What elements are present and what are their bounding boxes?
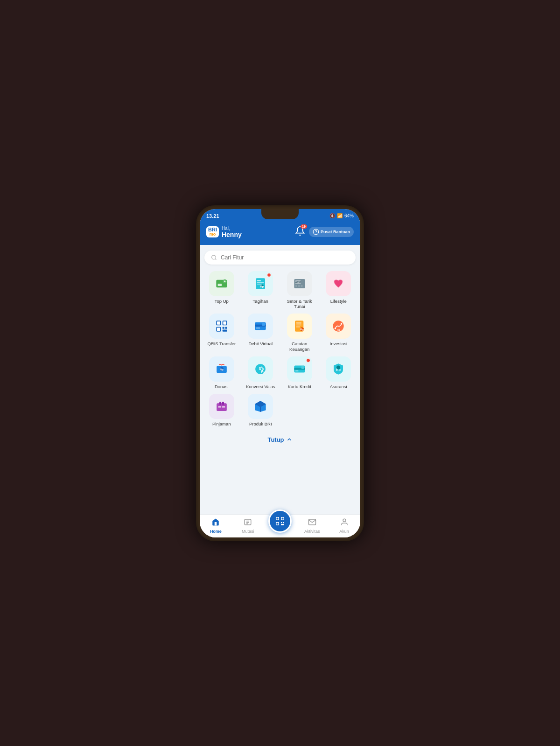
nav-mutasi[interactable]: Mutasi <box>236 518 259 534</box>
nav-home-label: Home <box>210 529 222 534</box>
search-icon <box>211 254 217 261</box>
greeting-name: Henny <box>222 231 242 238</box>
battery-label: 64% <box>344 213 354 218</box>
svg-text:Rp: Rp <box>261 370 266 374</box>
mo-text: mo <box>210 232 216 237</box>
svg-rect-55 <box>217 404 227 411</box>
notification-button[interactable]: 19 <box>295 226 305 238</box>
svg-point-52 <box>301 366 304 369</box>
menu-item-pinjaman[interactable]: Pinjaman <box>204 394 239 426</box>
menu-icon-tagihan: Rp <box>248 271 273 296</box>
menu-icon-investasi: Rp <box>326 314 351 339</box>
svg-rect-51 <box>295 370 299 371</box>
svg-rect-71 <box>281 522 282 523</box>
menu-label-donasi: Donasi <box>215 384 229 389</box>
menu-label-qris-transfer: QRIS Transfer <box>207 341 236 346</box>
svg-point-2 <box>212 255 216 259</box>
svg-text:Rp: Rp <box>300 328 304 331</box>
menu-label-catatan-keuangan: Catatan Keuangan <box>282 341 317 352</box>
notif-badge: 19 <box>301 224 307 229</box>
search-input[interactable] <box>221 254 349 261</box>
svg-rect-73 <box>281 524 284 525</box>
akun-icon <box>340 518 349 528</box>
menu-label-tagihan: Tagihan <box>253 299 268 304</box>
menu-label-setor-tarik: Setor & Tarik Tunai <box>282 299 317 309</box>
menu-item-catatan-keuangan[interactable]: RpCatatan Keuangan <box>282 314 317 352</box>
svg-rect-36 <box>296 327 300 328</box>
menu-label-konversi-valas: Konversi Valas <box>246 384 275 389</box>
svg-rect-70 <box>276 523 278 524</box>
svg-rect-56 <box>219 402 221 405</box>
app-header: BRI mo Hai, Henny 19 <box>200 222 360 245</box>
pusat-bantuan-button[interactable]: Pusat Bantuan <box>309 227 354 237</box>
brand-area: BRI mo Hai, Henny <box>206 226 242 238</box>
menu-label-investasi: Investasi <box>330 341 348 346</box>
menu-icon-produk-bri <box>248 394 273 419</box>
menu-item-investasi[interactable]: RpInvestasi <box>322 314 356 352</box>
nav-qris-fab[interactable] <box>268 509 292 533</box>
menu-label-pinjaman: Pinjaman <box>212 421 231 426</box>
nav-home[interactable]: Home <box>204 518 227 534</box>
menu-icon-qris-transfer <box>209 314 234 339</box>
menu-item-setor-tarik[interactable]: ATMSetor & Tarik Tunai <box>282 271 317 309</box>
bri-logo: BRI mo <box>206 226 219 237</box>
menu-icon-konversi-valas: $Rp <box>248 356 273 382</box>
header-actions: 19 Pusat Bantuan <box>295 226 354 238</box>
svg-point-32 <box>262 323 266 327</box>
nav-akun-label: Akun <box>339 529 349 534</box>
svg-rect-31 <box>256 328 260 329</box>
wifi-icon: 📶 <box>337 213 343 218</box>
home-icon <box>211 518 220 528</box>
tutup-area: Tutup <box>204 432 356 446</box>
svg-rect-18 <box>298 285 300 286</box>
menu-item-produk-bri[interactable]: Produk BRI <box>244 394 278 426</box>
menu-item-konversi-valas[interactable]: $RpKonversi Valas <box>244 356 278 389</box>
pusat-bantuan-label: Pusat Bantuan <box>321 230 350 234</box>
menu-label-produk-bri: Produk BRI <box>249 421 272 426</box>
svg-line-3 <box>215 258 216 259</box>
search-bar[interactable] <box>204 251 356 265</box>
menu-label-kartu-kredit: Kartu Kredit <box>288 384 311 389</box>
menu-item-qris-transfer[interactable]: QRIS Transfer <box>204 314 239 352</box>
svg-text:+: + <box>224 280 225 283</box>
menu-icon-debit-virtual <box>248 314 273 339</box>
menu-item-tagihan[interactable]: RpTagihan <box>244 271 278 309</box>
svg-rect-23 <box>223 321 226 325</box>
menu-item-lifestyle[interactable]: Lifestyle <box>322 271 356 309</box>
svg-point-74 <box>343 519 346 522</box>
menu-icon-setor-tarik: ATM <box>287 271 312 296</box>
menu-label-lifestyle: Lifestyle <box>330 299 347 304</box>
tutup-label: Tutup <box>267 436 284 443</box>
svg-text:Rp: Rp <box>337 328 340 331</box>
menu-label-top-up: Top Up <box>215 299 229 304</box>
greeting-hi: Hai, <box>222 226 242 231</box>
menu-icon-donasi: Rp <box>209 356 234 382</box>
svg-rect-21 <box>217 321 220 325</box>
phone-notch <box>261 209 299 219</box>
svg-text:Rp: Rp <box>220 368 224 371</box>
svg-rect-19 <box>301 285 302 286</box>
menu-item-asuransi[interactable]: RpAsuransi <box>322 356 356 389</box>
menu-item-top-up[interactable]: +Top Up <box>204 271 239 309</box>
menu-item-donasi[interactable]: RpDonasi <box>204 356 239 389</box>
menu-icon-catatan-keuangan: Rp <box>287 314 312 339</box>
svg-rect-5 <box>217 284 221 286</box>
svg-rect-27 <box>225 327 227 329</box>
tutup-button[interactable]: Tutup <box>267 436 292 443</box>
menu-item-kartu-kredit[interactable]: Kartu Kredit <box>282 356 317 389</box>
nav-akun[interactable]: Akun <box>333 518 356 534</box>
svg-rect-57 <box>222 402 224 405</box>
aktivitas-icon <box>308 518 316 528</box>
svg-rect-9 <box>257 280 261 281</box>
menu-grid: +Top UpRpTagihanATMSetor & Tarik TunaiLi… <box>204 271 356 427</box>
menu-icon-top-up: + <box>209 271 234 296</box>
nav-mutasi-label: Mutasi <box>242 529 254 534</box>
status-icons: 🔇 📶 64% <box>329 213 354 218</box>
nav-aktivitas[interactable]: Aktivitas <box>301 518 324 534</box>
phone-frame: 13.21 🔇 📶 64% BRI mo Hai, Henny <box>196 205 364 541</box>
menu-item-debit-virtual[interactable]: Debit Virtual <box>244 314 278 352</box>
main-content: +Top UpRpTagihanATMSetor & Tarik TunaiLi… <box>200 245 360 452</box>
menu-label-asuransi: Asuransi <box>330 384 347 389</box>
svg-text:ATM: ATM <box>295 281 301 284</box>
menu-icon-kartu-kredit <box>287 356 312 382</box>
